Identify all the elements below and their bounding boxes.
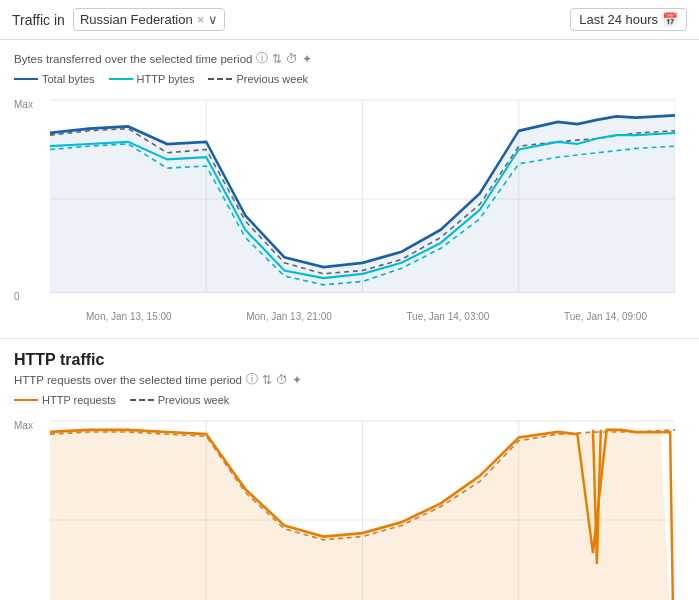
bytes-subtitle-row: Bytes transferred over the selected time…: [14, 50, 685, 67]
http-chart-area: Max 0: [14, 410, 685, 600]
time-range-label: Last 24 hours: [579, 12, 658, 27]
legend-total-bytes-line: [14, 78, 38, 80]
bytes-y-zero: 0: [14, 291, 20, 302]
bytes-y-max: Max: [14, 99, 33, 110]
bytes-chart-area: Max 0: [14, 89, 685, 322]
top-bar: Traffic in Russian Federation × ∨ Last 2…: [0, 0, 699, 40]
legend-total-bytes: Total bytes: [14, 73, 95, 85]
legend-prev-week-bytes: Previous week: [208, 73, 308, 85]
http-section: HTTP traffic HTTP requests over the sele…: [0, 339, 699, 600]
legend-http-bytes-line: [109, 78, 133, 80]
bytes-x-label-4: Tue, Jan 14, 09:00: [564, 311, 647, 322]
bytes-x-label-1: Mon, Jan 13, 15:00: [86, 311, 172, 322]
bytes-clock-icon[interactable]: ⏱: [286, 52, 298, 66]
legend-prev-week-http-label: Previous week: [158, 394, 230, 406]
http-chart: [50, 410, 675, 600]
bytes-share-icon[interactable]: ✦: [302, 52, 312, 66]
bytes-legend: Total bytes HTTP bytes Previous week: [14, 73, 685, 85]
legend-prev-week-http-line: [130, 399, 154, 401]
http-section-title: HTTP traffic: [14, 351, 685, 369]
traffic-in-label: Traffic in: [12, 12, 65, 28]
http-help-icon[interactable]: ⓘ: [246, 371, 258, 388]
bytes-help-icon[interactable]: ⓘ: [256, 50, 268, 67]
http-clock-icon[interactable]: ⏱: [276, 373, 288, 387]
http-share-icon[interactable]: ✦: [292, 373, 302, 387]
clear-country-button[interactable]: ×: [197, 12, 205, 27]
http-subtitle-row: HTTP requests over the selected time per…: [14, 371, 685, 388]
country-dropdown-button[interactable]: ∨: [208, 12, 218, 27]
bytes-x-label-3: Tue, Jan 14, 03:00: [406, 311, 489, 322]
legend-http-requests-label: HTTP requests: [42, 394, 116, 406]
bytes-section: Bytes transferred over the selected time…: [0, 40, 699, 328]
bytes-chart: [50, 89, 675, 309]
http-legend: HTTP requests Previous week: [14, 394, 685, 406]
country-selector[interactable]: Russian Federation × ∨: [73, 8, 225, 31]
http-y-max: Max: [14, 420, 33, 431]
bytes-subtitle-text: Bytes transferred over the selected time…: [14, 53, 252, 65]
bytes-x-label-2: Mon, Jan 13, 21:00: [246, 311, 332, 322]
legend-total-bytes-label: Total bytes: [42, 73, 95, 85]
country-name: Russian Federation: [80, 12, 193, 27]
http-upload-icon[interactable]: ⇅: [262, 373, 272, 387]
legend-prev-week-bytes-label: Previous week: [236, 73, 308, 85]
legend-prev-week-http: Previous week: [130, 394, 230, 406]
legend-http-bytes-label: HTTP bytes: [137, 73, 195, 85]
legend-http-requests-line: [14, 399, 38, 401]
bytes-x-labels: Mon, Jan 13, 15:00 Mon, Jan 13, 21:00 Tu…: [50, 311, 675, 322]
top-left: Traffic in Russian Federation × ∨: [12, 8, 225, 31]
legend-http-bytes: HTTP bytes: [109, 73, 195, 85]
time-range-selector[interactable]: Last 24 hours 📅: [570, 8, 687, 31]
legend-http-requests: HTTP requests: [14, 394, 116, 406]
bytes-upload-icon[interactable]: ⇅: [272, 52, 282, 66]
calendar-icon: 📅: [662, 12, 678, 27]
http-subtitle-text: HTTP requests over the selected time per…: [14, 374, 242, 386]
legend-prev-week-bytes-line: [208, 78, 232, 80]
